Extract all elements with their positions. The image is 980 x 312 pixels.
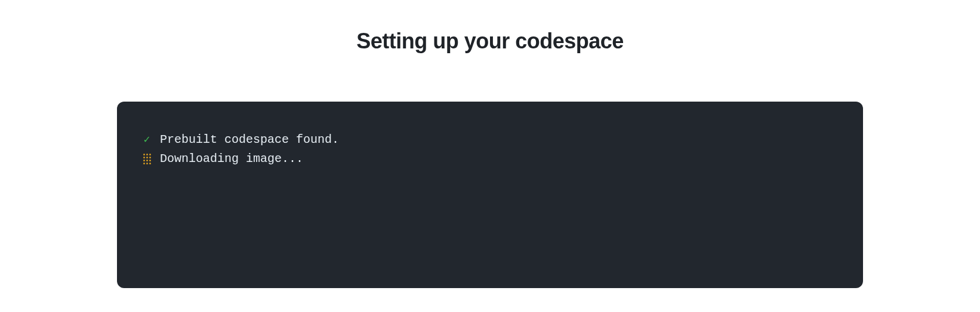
log-line-complete: ✓ Prebuilt codespace found. <box>141 130 839 149</box>
log-line-loading: Downloading image... <box>141 149 839 169</box>
terminal-output: ✓ Prebuilt codespace found. <box>117 102 863 288</box>
spinner-icon <box>141 154 153 164</box>
log-text: Downloading image... <box>160 149 303 169</box>
page-title: Setting up your codespace <box>356 29 624 54</box>
log-text: Prebuilt codespace found. <box>160 130 339 149</box>
checkmark-icon: ✓ <box>141 131 153 149</box>
